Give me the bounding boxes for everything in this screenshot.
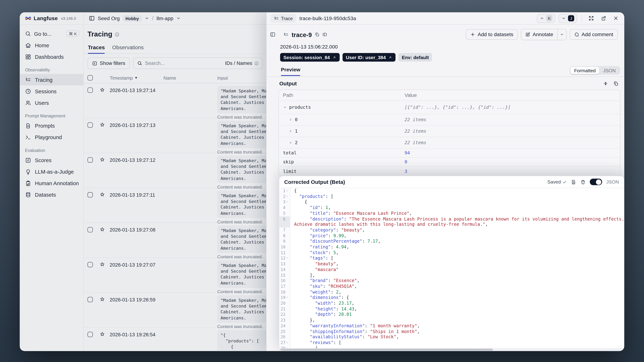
tab-observations[interactable]: Observations [112,44,144,54]
row-checkbox[interactable] [88,122,93,128]
editor-line[interactable]: 4 "id": 1, [279,205,624,210]
editor-line[interactable]: 14 "mascara" [279,267,624,272]
tab-preview[interactable]: Preview [281,67,300,76]
chevron-down-icon[interactable] [176,16,181,20]
line-number-gutter[interactable]: 2˅ [279,194,290,199]
line-number-gutter[interactable]: 18 [279,290,290,295]
editor-line[interactable]: 27˅ "reviews": [ [279,340,624,346]
search-box[interactable]: IDs / Names [133,58,263,69]
table-row[interactable]: 2026-01-13 19:27:08"Madam Speaker, Maand… [84,223,266,258]
fold-icon[interactable]: ˅ [286,188,289,194]
open-in-new-button[interactable] [599,14,608,23]
editor-line[interactable]: 19˅ "dimensions": { [279,295,624,300]
table-row[interactable]: 2026-01-13 19:26:54"{ "products": [ { [84,328,266,351]
col-name[interactable]: Name [164,75,176,80]
sidebar-item-datasets[interactable]: Datasets [20,189,84,200]
editor-line[interactable]: 15 ], [279,272,624,278]
line-number-gutter[interactable]: 3˅ [279,199,290,205]
editor-line[interactable]: 25 "shippingInformation": "Ships in 1 mo… [279,329,624,334]
line-number-gutter[interactable]: 12˅ [279,256,290,261]
add-comment-button[interactable]: Add comment [570,29,618,40]
output-row-0[interactable]: 022 items [279,114,620,126]
sidebar-item-sessions[interactable]: Sessions [20,86,84,97]
line-number-gutter[interactable]: 9 [279,239,290,244]
chevron-right-icon[interactable] [289,141,292,145]
table-row[interactable]: 2026-01-13 19:27:07"Madam Speaker, Maand… [84,258,266,293]
line-number-gutter[interactable]: 19˅ [279,295,290,300]
editor-line[interactable]: 13 "beauty", [279,261,624,267]
format-formatted[interactable]: Formatted [570,67,600,74]
line-number-gutter[interactable]: 8 [279,233,290,239]
editor-line[interactable]: 11 "stock": 5, [279,250,624,256]
sidebar-toggle-icon[interactable] [89,15,95,22]
bookmark-star-icon[interactable] [100,122,105,128]
chevron-right-icon[interactable] [289,118,292,122]
sidebar-item-llm-as-a-judge[interactable]: LLM-as-a-Judge [20,166,84,178]
row-checkbox[interactable] [88,332,93,337]
sidebar-item-playground[interactable]: Playground [20,132,84,143]
fold-icon[interactable]: ˅ [286,295,289,300]
editor-line[interactable]: 22 "depth": 28.01 [279,312,624,318]
editor-line[interactable]: 1˅{ [279,188,624,194]
fold-icon[interactable]: ˅ [286,256,289,261]
chevron-down-icon[interactable] [283,106,287,109]
row-checkbox[interactable] [88,192,93,198]
bookmark-star-icon[interactable] [100,332,105,337]
add-to-datasets-button[interactable]: Add to datasets [466,29,518,40]
editor-line[interactable]: 26 "availabilityStatus": "Low Stock", [279,334,624,340]
output-row-1[interactable]: 122 items [279,126,620,137]
line-number-gutter[interactable]: 15 [279,272,290,278]
editor-line[interactable]: 3˅ { [279,199,624,205]
bookmark-star-icon[interactable] [100,227,105,232]
annotate-button[interactable]: Annotate [521,29,557,40]
line-number-gutter[interactable]: 22 [279,312,290,318]
output-row-products[interactable]: products[{"id": ...}, {"id": ...}, {"id"… [279,101,620,114]
editor-line[interactable]: 18 "weight": 2, [279,290,624,295]
goto-search[interactable]: Go to... ⌘ K [20,28,84,39]
editor-line[interactable]: 17 "sku": "RCH45Q1A", [279,284,624,289]
row-checkbox[interactable] [88,157,93,163]
chevron-right-icon[interactable] [289,130,292,133]
bookmark-star-icon[interactable] [100,262,105,267]
row-checkbox[interactable] [88,227,93,232]
editor-line[interactable]: 9 "discountPercentage": 7.17, [279,239,624,244]
line-number-gutter[interactable]: 17 [279,284,290,289]
sidebar-item-dashboards[interactable]: Dashboards [20,51,84,62]
fold-icon[interactable]: ˅ [286,194,289,199]
row-checkbox[interactable] [88,88,93,93]
line-number-gutter[interactable]: 6 [279,216,290,222]
badge-session[interactable]: Session: session_84 [280,53,340,62]
format-json[interactable]: JSON [600,67,619,74]
sidebar-item-human-annotation[interactable]: Human Annotation [20,178,84,189]
expand-button[interactable] [586,14,596,23]
close-button[interactable] [611,14,620,23]
col-timestamp[interactable]: Timestamp▼ [110,75,138,80]
table-row[interactable]: 2026-01-13 19:27:11"Madam Speaker, Maand… [84,188,266,223]
fold-icon[interactable]: ˅ [286,340,289,346]
editor-line[interactable]: 2˅ "products": [ [279,194,624,199]
editor-line[interactable]: 8 "price": 9.99, [279,233,624,239]
sidebar-item-home[interactable]: Home [20,39,84,51]
editor-line[interactable]: 24 "warrantyInformation": "1 month warra… [279,323,624,329]
tab-traces[interactable]: Traces [88,44,105,54]
sidebar-item-tracing[interactable]: Tracing [20,74,84,86]
editor-line[interactable]: 16 "brand": "Essence", [279,278,624,284]
trash-icon[interactable] [580,179,586,184]
line-number-gutter[interactable]: 20 [279,300,290,306]
editor-line[interactable]: 23 }, [279,318,624,323]
editor-line[interactable]: 5 "title": "Essence Mascara Lash Prince"… [279,210,624,216]
line-number-gutter[interactable]: 11 [279,250,290,256]
line-number-gutter[interactable]: 16 [279,278,290,284]
copy-icon[interactable] [315,32,320,37]
editor-line[interactable]: 6 "description": "The Essence Mascara La… [279,216,624,222]
json-toggle[interactable] [590,179,602,185]
row-checkbox[interactable] [88,297,93,302]
org-name[interactable]: Seed Org [98,16,120,21]
badge-user-id[interactable]: User ID: user_384 [343,53,396,62]
line-number-gutter[interactable]: 26 [279,334,290,340]
col-input[interactable]: Input [217,75,228,80]
output-row-2[interactable]: 222 items [279,137,620,149]
bookmark-star-icon[interactable] [100,87,105,93]
line-number-gutter[interactable]: 23 [279,318,290,323]
project-name[interactable]: llm-app [156,16,174,21]
